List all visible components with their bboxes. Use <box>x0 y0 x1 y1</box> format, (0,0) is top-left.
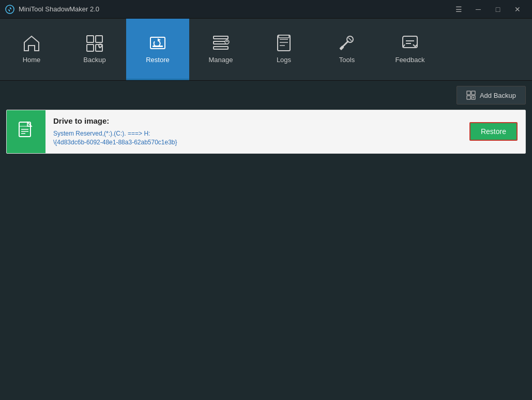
svg-rect-15 <box>279 35 289 38</box>
svg-rect-9 <box>214 47 228 49</box>
nav-item-feedback[interactable]: Feedback <box>378 19 442 80</box>
svg-rect-6 <box>153 46 163 47</box>
svg-rect-21 <box>467 96 470 99</box>
backup-card-path: System Reserved,(*:).(C:). ===> H:\{4d83… <box>53 129 454 147</box>
backup-icon <box>85 34 104 52</box>
nav-item-manage-label: Manage <box>209 56 233 64</box>
content-area: Drive to image: System Reserved,(*:).(C:… <box>0 110 532 154</box>
app-logo-icon <box>5 5 14 14</box>
svg-rect-2 <box>96 36 102 42</box>
manage-icon <box>211 34 230 52</box>
nav-item-restore[interactable]: Restore <box>126 19 189 80</box>
document-icon <box>17 121 36 142</box>
restore-button[interactable]: Restore <box>469 122 518 141</box>
svg-point-0 <box>6 5 14 13</box>
add-backup-button[interactable]: Add Backup <box>457 86 526 105</box>
backup-card-body: Drive to image: System Reserved,(*:).(C:… <box>45 110 462 153</box>
svg-rect-20 <box>472 91 475 95</box>
backup-card-title: Drive to image: <box>53 116 454 125</box>
close-button[interactable]: ✕ <box>508 2 527 17</box>
nav-bar: Home Backup Restore <box>0 19 532 81</box>
logs-icon <box>275 34 293 52</box>
tools-icon <box>338 34 356 52</box>
nav-item-restore-label: Restore <box>146 56 170 64</box>
nav-item-feedback-label: Feedback <box>395 56 424 64</box>
svg-rect-7 <box>214 36 228 39</box>
app-title: MiniTool ShadowMaker 2.0 <box>19 5 99 13</box>
home-icon <box>22 34 41 52</box>
nav-item-tools[interactable]: Tools <box>315 19 378 80</box>
restore-icon <box>148 34 167 52</box>
add-backup-icon <box>466 91 476 100</box>
feedback-icon <box>401 34 419 52</box>
backup-card-actions: Restore <box>462 110 525 153</box>
title-bar: MiniTool ShadowMaker 2.0 ☰ ─ □ ✕ <box>0 0 532 19</box>
nav-item-backup-label: Backup <box>83 56 105 64</box>
nav-item-home-label: Home <box>23 56 41 64</box>
nav-item-logs-label: Logs <box>277 56 291 64</box>
toolbar: Add Backup <box>0 81 532 110</box>
minimize-button[interactable]: ─ <box>469 2 488 17</box>
nav-item-manage[interactable]: Manage <box>189 19 252 80</box>
nav-item-logs[interactable]: Logs <box>252 19 315 80</box>
svg-rect-3 <box>87 45 94 51</box>
maximize-button[interactable]: □ <box>489 2 507 17</box>
menu-button[interactable]: ☰ <box>449 2 468 17</box>
nav-item-backup[interactable]: Backup <box>63 19 126 80</box>
svg-rect-1 <box>87 36 94 42</box>
title-bar-left: MiniTool ShadowMaker 2.0 <box>5 5 99 14</box>
svg-rect-19 <box>467 91 470 95</box>
nav-item-home[interactable]: Home <box>0 19 63 80</box>
backup-card-icon <box>7 110 45 153</box>
backup-card: Drive to image: System Reserved,(*:).(C:… <box>6 110 526 154</box>
add-backup-label: Add Backup <box>480 92 516 99</box>
nav-item-tools-label: Tools <box>339 56 355 64</box>
title-bar-controls: ☰ ─ □ ✕ <box>449 2 527 17</box>
